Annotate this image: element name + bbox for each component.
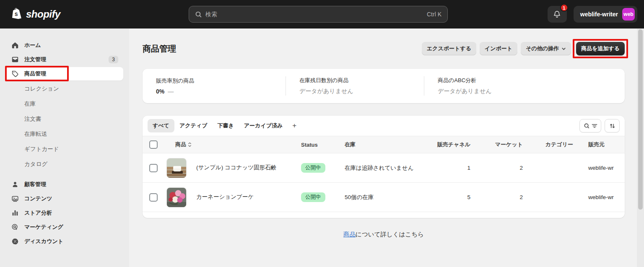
orders-count-badge: 3 bbox=[109, 56, 118, 63]
sidebar-item-gift-cards[interactable]: ギフトカード bbox=[6, 142, 123, 157]
sidebar-sub-label: 注文書 bbox=[24, 115, 42, 123]
product-image bbox=[166, 158, 187, 178]
sidebar-nav: ホーム 注文管理 3 商品管理 コレクション 在庫 注文書 在庫転送 ギフトカー… bbox=[0, 29, 129, 267]
plus-icon: + bbox=[292, 122, 296, 130]
header-actions: エクスポートする インポート その他の操作 商品を追加する bbox=[422, 42, 625, 55]
stat-label: 商品のABC分析 bbox=[438, 77, 611, 84]
search-input[interactable] bbox=[205, 11, 423, 18]
global-search[interactable]: Ctrl K bbox=[189, 6, 448, 23]
person-icon bbox=[11, 181, 19, 188]
page-title: 商品管理 bbox=[143, 43, 176, 54]
vendor-cell: weblife-wr bbox=[573, 194, 625, 200]
tab-all[interactable]: すべて bbox=[148, 119, 174, 132]
sidebar-item-discounts[interactable]: ディスカウント bbox=[6, 235, 123, 248]
sidebar-item-label: マーケティング bbox=[24, 223, 63, 231]
filter-icon bbox=[592, 123, 597, 129]
sidebar-item-home[interactable]: ホーム bbox=[6, 39, 123, 52]
search-icon bbox=[195, 11, 202, 18]
column-label: 販売チャネル bbox=[437, 141, 470, 148]
sidebar-item-marketing[interactable]: マーケティング bbox=[6, 220, 123, 234]
add-product-label: 商品を追加する bbox=[581, 45, 620, 52]
tab-draft[interactable]: 下書き bbox=[212, 119, 239, 132]
window-scrollbar[interactable] bbox=[637, 29, 644, 267]
more-actions-button[interactable]: その他の操作 bbox=[521, 42, 571, 55]
sort-button[interactable] bbox=[605, 119, 620, 132]
sidebar-item-purchase-orders[interactable]: 注文書 bbox=[6, 111, 123, 127]
stat-abc-analysis[interactable]: 商品のABC分析 データがありません bbox=[424, 76, 625, 96]
product-name-link[interactable]: (サンプル) ココナッツ固形石鹸 bbox=[196, 163, 301, 172]
search-filter-button[interactable] bbox=[579, 119, 601, 132]
row-checkbox[interactable] bbox=[149, 193, 158, 202]
shopify-wordmark: shopify bbox=[26, 8, 60, 20]
sidebar-item-collections[interactable]: コレクション bbox=[6, 81, 123, 96]
sidebar-sub-label: 在庫 bbox=[24, 100, 36, 108]
table-row[interactable]: カーネーションブーケ 公開中 50個の在庫 5 2 weblife-wr bbox=[143, 183, 625, 212]
markets-cell: 2 bbox=[470, 165, 523, 171]
shopify-logo[interactable]: S shopify bbox=[10, 7, 60, 21]
status-badge: 公開中 bbox=[301, 192, 325, 202]
sidebar-item-customers[interactable]: 顧客管理 bbox=[6, 178, 123, 191]
notification-badge: 1 bbox=[560, 4, 568, 12]
scrollbar-thumb[interactable] bbox=[638, 29, 643, 210]
select-all-checkbox[interactable] bbox=[149, 140, 158, 149]
tab-label: 下書き bbox=[217, 122, 234, 130]
products-table-card: すべて アクティブ 下書き アーカイブ済み + bbox=[143, 116, 625, 218]
sidebar-item-products[interactable]: 商品管理 bbox=[6, 67, 123, 80]
stat-days-of-inventory[interactable]: 在庫残日数別の商品 データがありません bbox=[286, 76, 424, 96]
inventory-cell: 在庫は追跡されていません bbox=[345, 164, 428, 172]
export-button-label: エクスポートする bbox=[427, 45, 471, 52]
search-shortcut: Ctrl K bbox=[427, 11, 441, 18]
bell-icon bbox=[553, 10, 561, 18]
add-product-button[interactable]: 商品を追加する bbox=[576, 42, 625, 55]
main-content: 商品管理 エクスポートする インポート その他の操作 商品を追加する bbox=[129, 29, 644, 267]
column-label: マーケット bbox=[495, 141, 523, 148]
sidebar-item-catalogs[interactable]: カタログ bbox=[6, 157, 123, 172]
sidebar-item-label: コンテンツ bbox=[24, 195, 52, 202]
footer-text: について詳しくはこちら bbox=[356, 231, 424, 238]
sidebar-item-label: ディスカウント bbox=[24, 238, 63, 245]
column-header-markets: マーケット bbox=[470, 141, 523, 148]
export-button[interactable]: エクスポートする bbox=[422, 42, 476, 55]
sidebar-item-label: 商品管理 bbox=[24, 70, 46, 78]
product-insights-card: 販売率別の商品 0%— 在庫残日数別の商品 データがありません 商品のABC分析… bbox=[143, 69, 625, 103]
notifications-button[interactable]: 1 bbox=[548, 6, 567, 23]
column-label: 在庫 bbox=[345, 141, 356, 148]
tab-label: アクティブ bbox=[179, 122, 208, 130]
column-header-status: Status bbox=[301, 142, 345, 148]
top-bar: S shopify Ctrl K 1 weblife-writer web bbox=[0, 0, 644, 29]
tab-archived[interactable]: アーカイブ済み bbox=[239, 119, 288, 132]
row-checkbox[interactable] bbox=[149, 164, 158, 172]
products-help-link[interactable]: 商品 bbox=[343, 231, 356, 238]
sidebar-item-orders[interactable]: 注文管理 3 bbox=[6, 53, 123, 66]
more-actions-label: その他の操作 bbox=[526, 45, 559, 52]
sidebar-item-inventory[interactable]: 在庫 bbox=[6, 96, 123, 111]
account-name: weblife-writer bbox=[580, 11, 618, 18]
product-image bbox=[166, 187, 187, 207]
import-button[interactable]: インポート bbox=[480, 42, 517, 55]
inventory-cell: 50個の在庫 bbox=[345, 194, 428, 201]
table-row[interactable]: (サンプル) ココナッツ固形石鹸 公開中 在庫は追跡されていません 1 2 we… bbox=[143, 153, 625, 183]
sidebar-item-analytics[interactable]: ストア分析 bbox=[6, 206, 123, 220]
stat-sell-through[interactable]: 販売率別の商品 0%— bbox=[143, 76, 286, 96]
tag-icon bbox=[11, 70, 19, 78]
table-header-row: 商品 Status 在庫 販売チャネル マーケット カテゴリー 販売元 bbox=[143, 136, 625, 153]
sales-channels-cell: 1 bbox=[428, 165, 470, 171]
add-view-button[interactable]: + bbox=[288, 119, 301, 132]
topbar-right: 1 weblife-writer web bbox=[548, 6, 637, 23]
column-header-product[interactable]: 商品 bbox=[163, 141, 301, 148]
import-button-label: インポート bbox=[485, 45, 512, 52]
sort-arrows-icon bbox=[609, 123, 615, 129]
page-header: 商品管理 エクスポートする インポート その他の操作 商品を追加する bbox=[143, 40, 625, 57]
account-menu[interactable]: weblife-writer web bbox=[574, 6, 637, 23]
sidebar-item-content[interactable]: コンテンツ bbox=[6, 192, 123, 205]
sidebar-item-transfers[interactable]: 在庫転送 bbox=[6, 127, 123, 142]
tab-active[interactable]: アクティブ bbox=[174, 119, 213, 132]
stat-label: 販売率別の商品 bbox=[156, 77, 272, 85]
content-image-icon bbox=[11, 195, 19, 202]
target-cursor-icon bbox=[11, 223, 19, 231]
stat-value: データがありません bbox=[299, 88, 410, 95]
column-header-inventory: 在庫 bbox=[345, 141, 428, 148]
sidebar-sub-label: コレクション bbox=[24, 85, 59, 93]
orders-icon bbox=[11, 56, 19, 63]
product-name-link[interactable]: カーネーションブーケ bbox=[196, 193, 301, 201]
